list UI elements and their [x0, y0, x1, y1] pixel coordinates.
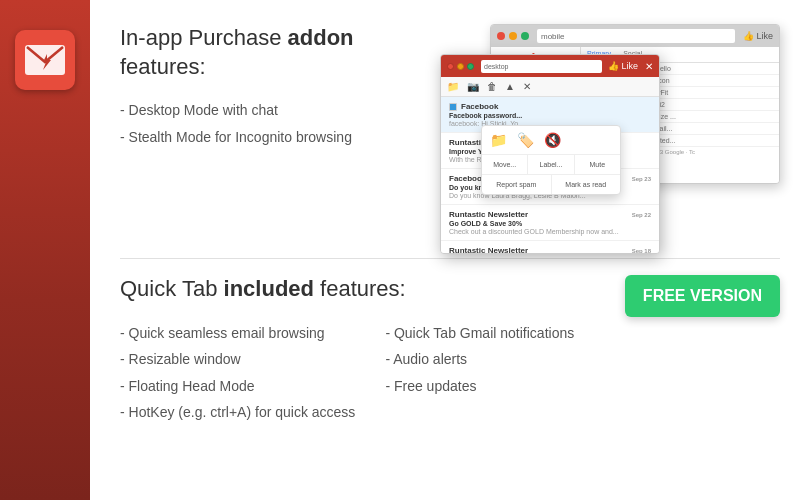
mobile-body: 📁 📷 🗑 ▲ ✕ Facebook Facebook password... [441, 77, 659, 253]
ctx-mute[interactable]: Mute [575, 155, 620, 174]
context-menu-icons: 📁 🏷️ 🔇 [482, 126, 620, 155]
mobile-email-row[interactable]: Runtastic Newsletter Sep 18 Order the Ru… [441, 241, 659, 253]
included-feature-list-1: Quick seamless email browsing Resizable … [120, 320, 355, 426]
close-icon[interactable]: ✕ [523, 81, 531, 92]
addon-feature-item: Stealth Mode for Incognito browsing [120, 124, 420, 151]
section-divider [120, 258, 780, 259]
context-menu: 📁 🏷️ 🔇 Move... Label... Mute Report spam… [481, 125, 621, 195]
addon-feature-item: Desktop Mode with chat [120, 97, 420, 124]
app-icon [15, 30, 75, 90]
ctx-label[interactable]: Label... [528, 155, 574, 174]
mobile-sender: Facebook [449, 102, 651, 111]
included-feature-item: Free updates [385, 373, 574, 400]
included-feature-list-2: Quick Tab Gmail notifications Audio aler… [385, 320, 574, 426]
move-icon: 📁 [490, 132, 507, 148]
checkbox[interactable] [449, 103, 457, 111]
chrome-bar-desktop: mobile 👍 Like [491, 25, 779, 47]
included-feature-item: Audio alerts [385, 346, 574, 373]
screenshots-area: mobile 👍 Like Google Gmail ▾ COMPOSE Inb… [440, 24, 780, 224]
chrome-dot-red [497, 32, 505, 40]
mobile-sender: Runtastic Newsletter Sep 18 [449, 246, 651, 253]
included-feature-item: Quick seamless email browsing [120, 320, 355, 347]
mobile-sender: Runtastic Newsletter Sep 22 [449, 210, 651, 219]
mobile-screenshot: desktop 👍 Like ✕ 📁 📷 🗑 ▲ ✕ [440, 54, 660, 254]
bottom-features: Quick seamless email browsing Resizable … [120, 320, 630, 426]
mobile-like: 👍 Like [608, 61, 638, 71]
up-icon[interactable]: ▲ [505, 81, 515, 92]
addon-title: In-app Purchase addon features: [120, 24, 420, 81]
mail-icon [25, 40, 65, 80]
included-feature-item: Quick Tab Gmail notifications [385, 320, 574, 347]
mobile-url-bar: desktop [481, 60, 602, 73]
trash-icon[interactable]: 🗑 [487, 81, 497, 92]
main-content: In-app Purchase addon features: Desktop … [90, 0, 800, 500]
addon-feature-list: Desktop Mode with chat Stealth Mode for … [120, 97, 420, 150]
mobile-toolbar: 📁 📷 🗑 ▲ ✕ [441, 77, 659, 97]
chrome-dot-yellow [509, 32, 517, 40]
chrome-url-bar: mobile [537, 29, 735, 43]
like-button: 👍 Like [743, 31, 773, 41]
camera-icon[interactable]: 📷 [467, 81, 479, 92]
mobile-dot-green [467, 63, 474, 70]
included-feature-item: Resizable window [120, 346, 355, 373]
top-section: In-app Purchase addon features: Desktop … [120, 24, 780, 224]
free-version-button[interactable]: FREE VERSION [625, 275, 780, 317]
chrome-dot-green [521, 32, 529, 40]
free-button-area: FREE VERSION [630, 275, 780, 327]
mobile-email-row[interactable]: Runtastic Newsletter Sep 22 Go GOLD & Sa… [441, 205, 659, 241]
chrome-bar-mobile: desktop 👍 Like ✕ [441, 55, 659, 77]
included-feature-item: Floating Head Mode [120, 373, 355, 400]
included-feature-item: HotKey (e.g. ctrl+A) for quick access [120, 399, 355, 426]
mobile-dot-yellow [457, 63, 464, 70]
mobile-subject: Facebook password... [449, 112, 651, 119]
mute-icon: 🔇 [544, 132, 561, 148]
mobile-dot-red [447, 63, 454, 70]
folder-icon[interactable]: 📁 [447, 81, 459, 92]
ctx-move[interactable]: Move... [482, 155, 528, 174]
mobile-close-button[interactable]: ✕ [645, 61, 653, 72]
mobile-preview: Check out a discounted GOLD Membership n… [449, 228, 651, 235]
ctx-mark-read[interactable]: Mark as read [552, 175, 621, 194]
context-menu-items: Move... Label... Mute [482, 155, 620, 174]
included-title: Quick Tab included features: [120, 275, 630, 304]
bottom-section: Quick Tab included features: Quick seaml… [120, 275, 780, 426]
label-icon: 🏷️ [517, 132, 534, 148]
mobile-subject: Go GOLD & Save 30% [449, 220, 651, 227]
included-features-section: Quick Tab included features: Quick seaml… [120, 275, 630, 426]
sidebar [0, 0, 90, 500]
context-menu-items-2: Report spam Mark as read [482, 174, 620, 194]
ctx-spam[interactable]: Report spam [482, 175, 552, 194]
addon-features-section: In-app Purchase addon features: Desktop … [120, 24, 420, 224]
